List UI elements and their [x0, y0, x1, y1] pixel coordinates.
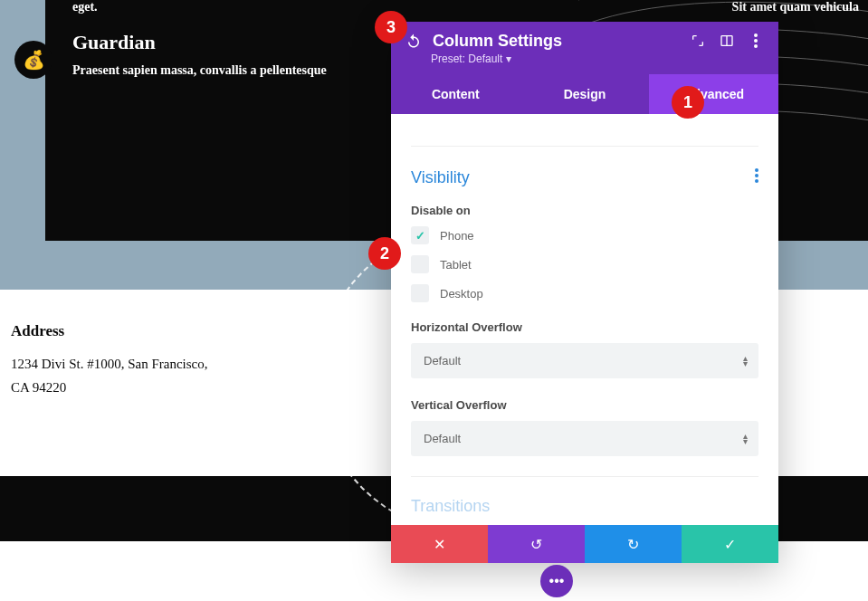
disable-on-phone: ✓ Phone — [411, 226, 758, 244]
checkbox-tablet[interactable] — [411, 255, 429, 273]
guardian-card: eget. Guardian Praesent sapien massa, co… — [72, 0, 380, 78]
panel-body: Visibility Disable on ✓ Phone Tablet Des… — [391, 114, 778, 525]
checkbox-desktop-label: Desktop — [440, 287, 483, 300]
panel-more-fab[interactable]: ••• — [540, 565, 573, 597]
check-icon: ✓ — [724, 536, 736, 553]
footer-address: Address 1234 Divi St. #1000, San Francis… — [11, 322, 208, 399]
tab-content[interactable]: Content — [391, 74, 520, 114]
guardian-card-body: Praesent sapien massa, convallis a pelle… — [72, 63, 380, 78]
panel-header: Column Settings Preset: Default ▾ Conten… — [391, 22, 778, 114]
panel-action-bar: ✕ ↺ ↻ ✓ — [391, 525, 778, 563]
panel-redo-button[interactable]: ↻ — [585, 525, 682, 563]
footer-line-1: 1234 Divi St. #1000, San Francisco, — [11, 353, 208, 377]
money-bag-glyph: 💰 — [23, 49, 45, 71]
panel-save-button[interactable]: ✓ — [682, 525, 778, 563]
v-overflow-select[interactable]: Default — [411, 421, 758, 456]
panel-close-button[interactable]: ✕ — [391, 525, 488, 563]
disable-on-list: ✓ Phone Tablet Desktop — [411, 226, 758, 302]
checkbox-desktop[interactable] — [411, 284, 429, 302]
redo-icon: ↻ — [627, 536, 639, 553]
svg-point-3 — [754, 39, 758, 43]
guardian-card-title: Guardian — [72, 31, 380, 54]
checkbox-tablet-label: Tablet — [440, 258, 472, 272]
tab-advanced[interactable]: Advanced — [649, 74, 778, 114]
panel-preset-select[interactable]: Preset: Default ▾ — [391, 52, 778, 74]
panel-layout-button[interactable] — [717, 31, 737, 51]
h-overflow-select-wrap: Default ▴▾ — [411, 343, 758, 378]
visibility-section-menu[interactable] — [755, 168, 758, 187]
close-icon: ✕ — [434, 536, 445, 553]
panel-tabs: Content Design Advanced — [391, 74, 778, 114]
undo-arrow-icon — [405, 33, 422, 49]
select-caret-icon: ▴▾ — [743, 356, 748, 367]
expand-icon — [691, 33, 705, 48]
disable-on-desktop: Desktop — [411, 284, 758, 302]
step-badge-1: 1 — [672, 86, 704, 119]
visibility-heading[interactable]: Visibility — [411, 168, 470, 187]
money-bag-icon: 💰 — [14, 41, 52, 79]
svg-point-4 — [754, 44, 758, 48]
disable-on-label: Disable on — [411, 204, 758, 217]
v-overflow-label: Vertical Overflow — [411, 398, 758, 412]
checkbox-phone[interactable]: ✓ — [411, 226, 429, 244]
h-overflow-select[interactable]: Default — [411, 343, 758, 378]
step-badge-2: 2 — [368, 237, 401, 270]
footer-line-2: CA 94220 — [11, 377, 208, 400]
right-snippet-text: Sit amet quam vehicula — [732, 0, 859, 14]
svg-point-5 — [755, 168, 758, 172]
transitions-heading[interactable]: Transitions — [411, 497, 490, 515]
column-settings-panel: Column Settings Preset: Default ▾ Conten… — [391, 22, 778, 563]
undo-icon: ↺ — [530, 536, 542, 553]
visibility-section-head: Visibility — [411, 168, 758, 187]
select-caret-icon: ▴▾ — [743, 434, 748, 444]
svg-point-7 — [755, 179, 758, 183]
v-overflow-select-wrap: Default ▴▾ — [411, 421, 758, 456]
h-overflow-label: Horizontal Overflow — [411, 320, 758, 334]
footer-heading: Address — [11, 322, 208, 340]
svg-point-2 — [754, 33, 758, 37]
panel-menu-button[interactable] — [746, 31, 766, 51]
guardian-card-pretext: eget. — [72, 0, 380, 14]
checkbox-phone-label: Phone — [440, 229, 474, 243]
step-badge-3: 3 — [375, 11, 407, 43]
panel-title: Column Settings — [433, 32, 679, 51]
ellipsis-icon: ••• — [549, 573, 565, 589]
kebab-icon — [755, 168, 758, 183]
svg-point-6 — [755, 174, 758, 177]
panel-undo-button[interactable]: ↺ — [488, 525, 585, 563]
panel-expand-button[interactable] — [688, 31, 708, 51]
disable-on-tablet: Tablet — [411, 255, 758, 273]
columns-icon — [720, 33, 734, 48]
kebab-icon — [754, 33, 758, 48]
transitions-section-head: Transitions — [411, 476, 758, 516]
collapsed-section-placeholder — [411, 114, 758, 147]
panel-back-button[interactable] — [404, 31, 424, 51]
tab-design[interactable]: Design — [520, 74, 650, 114]
